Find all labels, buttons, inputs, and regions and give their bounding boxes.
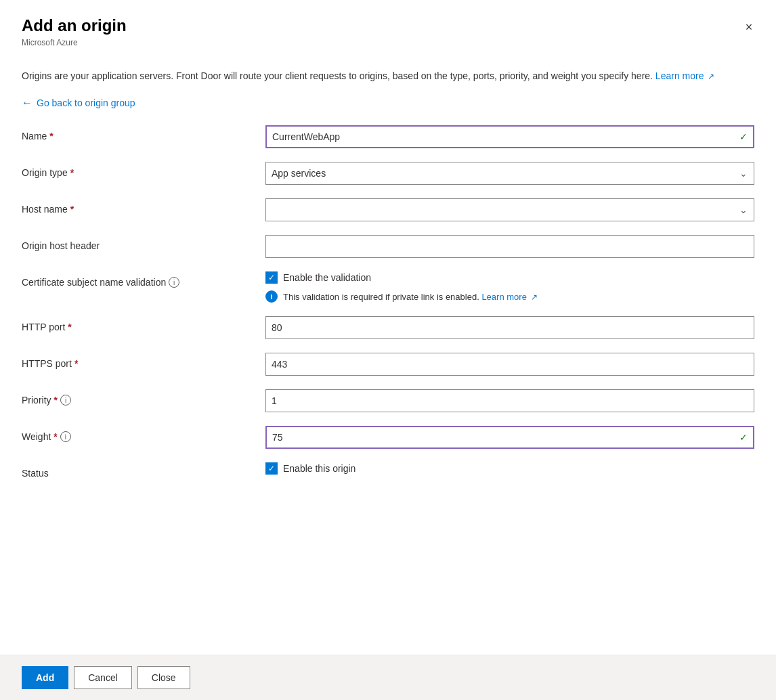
http-port-row: HTTP port * bbox=[22, 316, 754, 339]
name-input-wrapper: ✓ bbox=[265, 125, 754, 148]
priority-control bbox=[265, 389, 754, 412]
add-button[interactable]: Add bbox=[22, 666, 68, 689]
cancel-button[interactable]: Cancel bbox=[74, 666, 132, 689]
weight-label: Weight * i bbox=[22, 426, 265, 442]
panel-title: Add an origin bbox=[22, 16, 754, 35]
weight-info-icon[interactable]: i bbox=[60, 431, 71, 442]
https-port-label: HTTPS port * bbox=[22, 353, 265, 369]
name-required: * bbox=[49, 131, 53, 141]
back-to-origin-group-link[interactable]: ← Go back to origin group bbox=[22, 97, 135, 109]
cert-validation-checkbox-row: ✓ Enable the validation bbox=[265, 271, 754, 284]
panel-content: Origins are your application servers. Fr… bbox=[0, 58, 776, 655]
description-text: Origins are your application servers. Fr… bbox=[22, 69, 754, 83]
http-port-control bbox=[265, 316, 754, 339]
cert-validation-checkmark: ✓ bbox=[268, 273, 275, 282]
origin-host-header-input[interactable] bbox=[265, 235, 754, 258]
cert-validation-info-row: i This validation is required if private… bbox=[265, 290, 754, 303]
origin-type-select-wrapper: App services Storage Cloud service Custo… bbox=[265, 162, 754, 185]
cert-validation-checkbox[interactable]: ✓ bbox=[265, 271, 278, 284]
name-input[interactable] bbox=[265, 125, 754, 148]
host-name-label: Host name * bbox=[22, 198, 265, 215]
origin-host-header-label: Origin host header bbox=[22, 235, 265, 251]
external-link-icon: ↗ bbox=[708, 70, 714, 83]
status-label: Status bbox=[22, 462, 265, 479]
cert-learn-more-link[interactable]: Learn more ↗ bbox=[481, 292, 537, 302]
http-port-required: * bbox=[68, 322, 71, 332]
https-port-row: HTTPS port * bbox=[22, 353, 754, 376]
panel-footer: Add Cancel Close bbox=[0, 655, 776, 700]
back-arrow-icon: ← bbox=[22, 97, 33, 109]
http-port-label: HTTP port * bbox=[22, 316, 265, 332]
host-name-required: * bbox=[70, 204, 74, 215]
host-name-select-wrapper: ⌄ bbox=[265, 198, 754, 221]
panel-header: Add an origin Microsoft Azure × bbox=[0, 0, 776, 58]
origin-type-control: App services Storage Cloud service Custo… bbox=[265, 162, 754, 185]
panel-subtitle: Microsoft Azure bbox=[22, 38, 754, 47]
weight-required: * bbox=[53, 431, 57, 442]
status-checkbox[interactable]: ✓ bbox=[265, 462, 278, 475]
origin-host-header-control bbox=[265, 235, 754, 258]
status-row: Status ✓ Enable this origin bbox=[22, 462, 754, 481]
cert-validation-control: ✓ Enable the validation i This validatio… bbox=[265, 271, 754, 303]
status-checkmark: ✓ bbox=[268, 464, 275, 473]
origin-host-header-row: Origin host header bbox=[22, 235, 754, 258]
name-check-icon: ✓ bbox=[739, 131, 748, 142]
add-origin-panel: Add an origin Microsoft Azure × Origins … bbox=[0, 0, 776, 700]
priority-required: * bbox=[54, 395, 58, 406]
host-name-control: ⌄ bbox=[265, 198, 754, 221]
status-checkbox-label: Enable this origin bbox=[283, 463, 355, 474]
status-checkbox-row: ✓ Enable this origin bbox=[265, 462, 754, 475]
weight-input-wrapper: ✓ bbox=[265, 426, 754, 449]
status-control: ✓ Enable this origin bbox=[265, 462, 754, 481]
priority-label: Priority * i bbox=[22, 389, 265, 406]
cert-validation-info-icon[interactable]: i bbox=[169, 277, 179, 288]
cert-validation-info-text: This validation is required if private l… bbox=[283, 292, 538, 302]
cert-external-link-icon: ↗ bbox=[531, 292, 538, 302]
name-row: Name * ✓ bbox=[22, 125, 754, 148]
info-circle-icon: i bbox=[265, 290, 278, 303]
cert-validation-checkbox-label: Enable the validation bbox=[283, 272, 371, 283]
origin-type-required: * bbox=[70, 167, 74, 178]
weight-input[interactable] bbox=[265, 426, 754, 449]
cert-validation-label: Certificate subject name validation i bbox=[22, 271, 265, 288]
weight-control: ✓ bbox=[265, 426, 754, 449]
weight-row: Weight * i ✓ bbox=[22, 426, 754, 449]
priority-input[interactable] bbox=[265, 389, 754, 412]
https-port-control bbox=[265, 353, 754, 376]
weight-check-icon: ✓ bbox=[739, 432, 748, 443]
learn-more-link[interactable]: Learn more ↗ bbox=[655, 70, 714, 81]
cert-validation-row: Certificate subject name validation i ✓ … bbox=[22, 271, 754, 303]
origin-type-select[interactable]: App services Storage Cloud service Custo… bbox=[265, 162, 754, 185]
priority-info-icon[interactable]: i bbox=[60, 395, 71, 406]
close-button[interactable]: × bbox=[738, 16, 760, 38]
host-name-row: Host name * ⌄ bbox=[22, 198, 754, 221]
https-port-input[interactable] bbox=[265, 353, 754, 376]
name-control: ✓ bbox=[265, 125, 754, 148]
origin-type-label: Origin type * bbox=[22, 162, 265, 178]
origin-type-row: Origin type * App services Storage Cloud… bbox=[22, 162, 754, 185]
footer-close-button[interactable]: Close bbox=[137, 666, 190, 689]
http-port-input[interactable] bbox=[265, 316, 754, 339]
https-port-required: * bbox=[74, 358, 78, 369]
host-name-select[interactable] bbox=[265, 198, 754, 221]
priority-row: Priority * i bbox=[22, 389, 754, 412]
name-label: Name * bbox=[22, 125, 265, 141]
